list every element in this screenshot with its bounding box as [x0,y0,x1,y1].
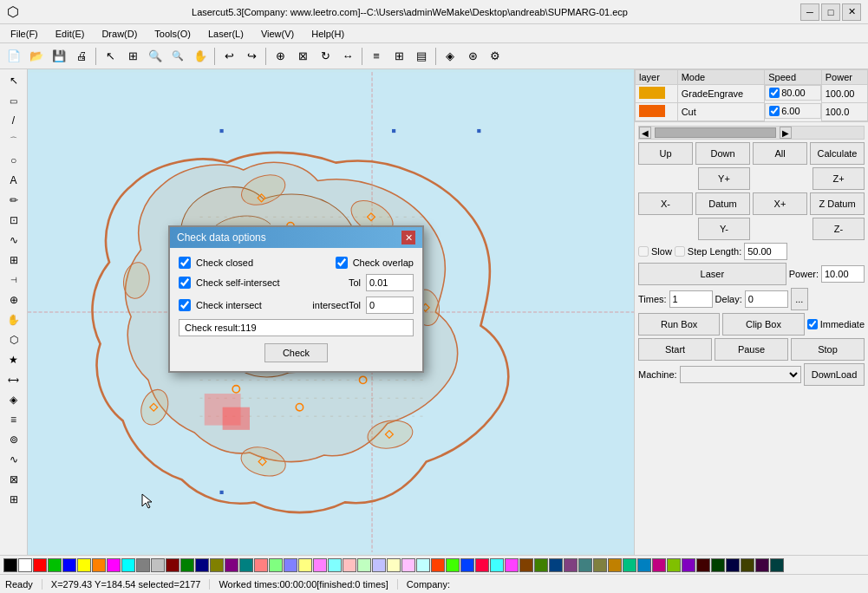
redo-button[interactable]: ↪ [241,46,262,67]
palette-color-17[interactable] [254,558,268,572]
z-datum-button[interactable]: Z Datum [810,192,865,215]
scale-button[interactable]: ⊠ [292,46,313,67]
open-button[interactable]: 📂 [26,46,47,67]
close-button[interactable]: ✕ [842,3,861,21]
import-button[interactable]: ⊛ [462,46,483,67]
palette-color-13[interactable] [195,558,209,572]
datum-button[interactable]: Datum [695,192,750,215]
palette-color-26[interactable] [387,558,401,572]
tool-pan[interactable]: ✋ [3,310,25,329]
x-minus-button[interactable]: X- [638,192,693,215]
tool-rect[interactable]: ▭ [3,91,25,110]
palette-color-5[interactable] [77,558,91,572]
tool-grid[interactable]: ⊞ [3,251,25,270]
palette-color-8[interactable] [121,558,135,572]
palette-color-43[interactable] [637,558,651,572]
palette-color-11[interactable] [166,558,179,572]
tool-curve[interactable]: ∿ [3,231,25,250]
palette-color-48[interactable] [711,558,725,572]
hand-button[interactable]: ✋ [190,46,211,67]
palette-color-3[interactable] [48,558,62,572]
palette-color-23[interactable] [343,558,356,572]
menu-help[interactable]: Help(H) [304,27,351,41]
palette-color-19[interactable] [284,558,297,572]
stop-button[interactable]: Stop [791,338,865,361]
palette-color-4[interactable] [62,558,76,572]
offset-button[interactable]: ◈ [440,46,460,67]
slow-checkbox[interactable] [638,246,649,257]
delay-input[interactable] [745,290,788,308]
palette-color-51[interactable] [755,558,769,572]
tool-spline[interactable]: ∿ [3,450,25,469]
z-plus-button[interactable]: Z+ [813,167,865,190]
palette-color-50[interactable] [741,558,754,572]
palette-color-0[interactable] [3,558,17,572]
settings-button[interactable]: ⚙ [485,46,506,67]
all-button[interactable]: All [753,142,807,165]
tool-measure[interactable]: ⊣ [3,270,25,290]
tool-dimension[interactable]: ⟷ [3,370,25,389]
palette-color-10[interactable] [151,558,165,572]
tool-pen[interactable]: ✏ [3,191,25,210]
palette-color-9[interactable] [136,558,150,572]
check-intersect-checkbox[interactable] [179,299,191,311]
align-button[interactable]: ≡ [366,46,387,67]
tool-star[interactable]: ★ [3,350,25,369]
tool-fill[interactable]: ◈ [3,390,25,409]
clip-box-button[interactable]: Clip Box [722,313,804,336]
palette-color-36[interactable] [534,558,548,572]
calculate-button[interactable]: Calculate [810,142,865,165]
palette-color-25[interactable] [372,558,386,572]
tool-offset[interactable]: ⊚ [3,430,25,449]
rotate-button[interactable]: ↻ [315,46,336,67]
machine-select[interactable] [680,366,801,383]
immediate-checkbox[interactable] [807,319,818,329]
palette-color-34[interactable] [505,558,519,572]
y-minus-button[interactable]: Y- [698,218,750,240]
palette-color-12[interactable] [180,558,194,572]
layer-row-1[interactable]: Cut 6.00 100.0 [636,103,868,121]
palette-color-21[interactable] [313,558,327,572]
times-input[interactable] [669,290,713,308]
palette-color-40[interactable] [593,558,607,572]
palette-color-39[interactable] [578,558,592,572]
palette-color-1[interactable] [18,558,32,572]
palette-color-42[interactable] [623,558,636,572]
menu-laser[interactable]: Laser(L) [201,27,251,41]
select-button[interactable]: ↖ [100,46,121,67]
scroll-thumb[interactable] [655,127,776,138]
down-button[interactable]: Down [695,142,750,165]
menu-file[interactable]: File(F) [3,27,45,41]
start-button[interactable]: Start [638,338,712,361]
palette-color-33[interactable] [490,558,504,572]
palette-color-31[interactable] [460,558,474,572]
palette-color-15[interactable] [225,558,238,572]
array-button[interactable]: ⊞ [388,46,409,67]
intersect-tol-input[interactable] [366,296,414,314]
tool-line[interactable]: / [3,111,25,130]
check-self-intersect-checkbox[interactable] [179,277,191,289]
palette-color-37[interactable] [549,558,563,572]
palette-color-7[interactable] [107,558,121,572]
scroll-right-button[interactable]: ▶ [780,127,792,139]
run-box-button[interactable]: Run Box [638,313,720,336]
zoom-in-button[interactable]: 🔍 [145,46,166,67]
maximize-button[interactable]: □ [821,3,840,21]
move-button[interactable]: ⊕ [270,46,290,67]
tool-node[interactable]: ⊡ [3,211,25,230]
menu-draw[interactable]: Draw(D) [95,27,144,41]
tool-text[interactable]: A [3,171,25,190]
palette-color-16[interactable] [239,558,253,572]
palette-color-35[interactable] [519,558,533,572]
check-button[interactable]: Check [264,343,328,362]
z-minus-button[interactable]: Z- [813,218,865,240]
y-plus-button[interactable]: Y+ [698,167,750,190]
tool-polygon[interactable]: ⬡ [3,330,25,349]
palette-color-41[interactable] [608,558,622,572]
dialog-title-bar[interactable]: Check data options ✕ [170,227,422,248]
mirror-button[interactable]: ↔ [337,46,358,67]
canvas-area[interactable]: Check data options ✕ Check closed Check … [28,69,634,555]
step-checkbox[interactable] [675,246,685,257]
palette-color-45[interactable] [667,558,681,572]
palette-color-32[interactable] [475,558,489,572]
